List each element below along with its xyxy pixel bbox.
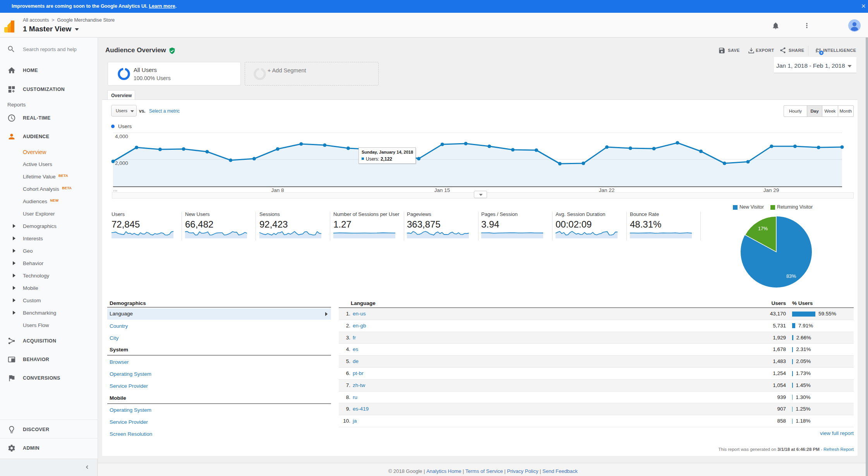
svg-text:2,000: 2,000 — [115, 160, 128, 166]
svg-text:83%: 83% — [786, 274, 796, 279]
svg-text:4,000: 4,000 — [115, 134, 128, 139]
svg-text:...: ... — [113, 187, 117, 192]
svg-text:17%: 17% — [758, 226, 768, 231]
